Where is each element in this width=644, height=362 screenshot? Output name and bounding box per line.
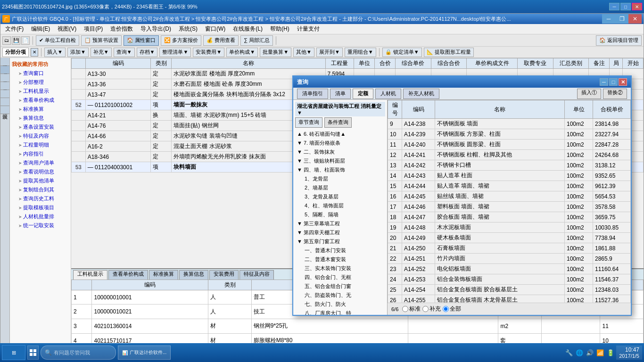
add-btn[interactable]: 添加▼ <box>67 48 89 57</box>
tree-item-door-window[interactable]: ▼ 第五章门窗工程 <box>295 237 385 246</box>
menu-payment[interactable]: 计量支付 <box>293 24 323 34</box>
menu-edit[interactable]: 编辑(E) <box>27 24 54 34</box>
batch-calc-btn[interactable]: 批量换算▼ <box>260 48 291 57</box>
tree-item-wood-door[interactable]: 一、普通木门安装 <box>295 246 385 255</box>
menu-system[interactable]: 系统(S) <box>175 24 201 34</box>
nav-qty-detail[interactable]: ➤工程量明细 <box>12 140 69 149</box>
sidebar-others[interactable]: 其他项目 <box>0 82 9 90</box>
expand-btn[interactable]: 展开到▼ <box>316 48 343 57</box>
menu-view[interactable]: 视图(V) <box>54 24 80 34</box>
organize-btn[interactable]: 整理清单▼ <box>159 48 191 57</box>
nav-query[interactable]: ➤查询窗口 <box>12 69 69 78</box>
lock-btn[interactable]: 🔒 锁定清单▼ <box>382 48 422 57</box>
dialog-table-row[interactable]: 17A14-246塑料板面 墙面、墙裙100m23578.58 <box>388 202 631 212</box>
nav-calc-info[interactable]: ➤换算信息 <box>12 114 69 123</box>
local-sum-btn[interactable]: ∑ 局部汇总 <box>240 35 273 46</box>
tree-item-curtain[interactable]: ▼ 第三章幕墙工程 <box>295 219 385 228</box>
dialog-table-row[interactable]: 9A14-238不锈钢面板 墙面100m223814.98 <box>388 119 631 129</box>
dialog-maximize-btn[interactable]: □ <box>609 78 618 86</box>
properties-btn[interactable]: 🏠 属性窗口 <box>124 35 159 46</box>
dialog-table-row[interactable]: 23A14-252电化铝板墙面100m211160.64 <box>388 264 631 274</box>
dialog-table-row[interactable]: 21A14-250石膏板墙面100m21861.88 <box>388 243 631 254</box>
dialog-table-row[interactable]: 11A14-240不锈钢面板 圆形梁、柱面100m222847.28 <box>388 140 631 150</box>
dialog-tab-supplement[interactable]: 补充人材机 <box>403 89 439 99</box>
nav-install[interactable]: ➤逐条设置安装 <box>12 123 69 132</box>
budget-settings-btn[interactable]: 📋 预算书设置 <box>81 35 122 46</box>
radio-supplement[interactable] <box>422 306 429 312</box>
tree-item-frame[interactable]: 1、龙骨层 <box>295 174 385 183</box>
nav-resources-display[interactable]: ➤工料机显示 <box>12 87 69 96</box>
dialog-tab-bill[interactable]: 清单 <box>330 89 351 99</box>
taskview-btn[interactable] <box>27 346 39 360</box>
nav-extract-other[interactable]: ➤提取其他清单 <box>12 176 69 185</box>
toolbar-btn-2[interactable]: 💾 <box>12 36 20 45</box>
radio-standard[interactable] <box>402 306 408 312</box>
query-btn[interactable]: 查询▼ <box>114 48 135 57</box>
tree-item-frame-base[interactable]: 3、龙骨及基层 <box>295 192 385 201</box>
nav-title[interactable]: 我收藏的常用功 <box>12 60 69 69</box>
tree-item-6[interactable]: ▲ 6. 砖石墙面勾缝▲ <box>295 130 385 139</box>
close-btn[interactable]: ✕ <box>632 3 642 10</box>
tab-std-calc[interactable]: 标准换算 <box>149 270 178 280</box>
dialog-filter-select[interactable]: 湖北省房屋建设与装饰工程 消耗量定 ▼ <box>295 102 385 116</box>
tree-item-tile[interactable]: ▼ 三、镶贴块料面层 <box>295 156 385 165</box>
dialog-table-row[interactable]: 24A14-253铝合金装饰板墙面100m211546.37 <box>388 274 631 285</box>
dialog-table-row[interactable]: 12A14-241不锈钢面板 柱帽、柱脚及其他100m224264.68 <box>388 150 631 160</box>
other-btn[interactable]: 其他▼ <box>293 48 314 57</box>
sidebar-reports[interactable]: 报表 <box>0 106 9 114</box>
menu-window[interactable]: 窗口(W) <box>201 24 229 34</box>
search-bar[interactable]: 🔍 有问题尽管问我 <box>41 346 116 360</box>
insert-btn[interactable]: 插入▼ <box>44 48 66 57</box>
dialog-table-row[interactable]: 22A14-251竹片内墙面100m22865.9 <box>388 254 631 264</box>
menu-help[interactable]: 帮助(H) <box>266 24 293 34</box>
dialog-tab-guide[interactable]: 清单指引 <box>297 89 328 99</box>
tree-item-solid-door[interactable]: 三、实木装饰门安装 <box>295 264 385 273</box>
dialog-table-row[interactable]: 14A14-243贴人造革 柱面100m29352.65 <box>388 171 631 181</box>
unit-check-btn[interactable]: ✔ 单位工程自检 <box>36 35 79 46</box>
tree-item-factory-door[interactable]: 八、厂库房大门、特 <box>295 309 385 315</box>
app-restore-btn[interactable]: ❐ <box>615 14 628 24</box>
multi-plan-btn[interactable]: 🔀 多方案报价 <box>161 35 201 46</box>
dialog-table-row[interactable]: 20A14-249硬木板条墙面100m27738.94 <box>388 233 631 243</box>
nav-unified-install[interactable]: ➤统一记取安装 <box>12 221 69 230</box>
sidebar-resources[interactable]: 人材机汇总 <box>0 90 9 98</box>
radio-all[interactable] <box>443 306 449 312</box>
dialog-table-row[interactable]: 18A14-247胶合板面 墙面、墙裙100m23659.75 <box>388 212 631 222</box>
dialog-table-row[interactable]: 25A14-254铝合金复合板墙面 胶合板基层土100m212348.03 <box>388 285 631 295</box>
tree-item-wood-window[interactable]: 二、普通木窗安装 <box>295 255 385 264</box>
dialog-tab-quota[interactable]: 定额 <box>353 89 373 99</box>
clock[interactable]: 10:47 2017/1/5 <box>616 346 642 360</box>
nav-batch-resources[interactable]: ➤人材机批量排 <box>12 212 69 221</box>
tree-item-partition[interactable]: 5、隔断、隔墙 <box>295 210 385 219</box>
app-minimize-btn[interactable]: ─ <box>602 14 615 24</box>
bill-items-tab[interactable]: 分部分项 <box>2 48 29 57</box>
start-button[interactable]: ⊞ <box>2 345 25 360</box>
fee-check-btn[interactable]: 💰 费用查看 <box>203 35 239 46</box>
tree-item-security-door[interactable]: 六、防盗装饰门、无 <box>295 291 385 300</box>
dialog-replace-btn[interactable]: 替换② <box>603 89 627 99</box>
nav-extract-template[interactable]: ➤提取模板项目 <box>12 203 69 212</box>
minimize-btn[interactable]: ─ <box>609 3 619 10</box>
archive-btn[interactable]: 存档▼ <box>137 48 158 57</box>
nav-std-calc[interactable]: ➤标准换算 <box>12 105 69 114</box>
supplement-btn[interactable]: 补充▼ <box>91 48 112 57</box>
taskbar-app-1[interactable]: 📊 广联达计价软件... <box>118 346 171 360</box>
maximize-btn[interactable]: □ <box>620 3 631 10</box>
toolbar-btn-1[interactable]: 🗂 <box>2 36 11 45</box>
dialog-table-row[interactable]: 10A14-239不锈钢面板 方形梁、柱面100m223227.94 <box>388 129 631 140</box>
nav-features[interactable]: ➤特征及内容 <box>12 132 69 140</box>
tab-install-fee[interactable]: 安装费用 <box>209 270 239 280</box>
tab-resources[interactable]: 工料机显示 <box>73 270 107 280</box>
sidebar-bills[interactable]: 分部分项 <box>0 66 9 74</box>
bottom-table-row[interactable]: 3 402101360014 材 钢丝网9*25孔 m2 11 <box>72 319 644 334</box>
nav-view-desc[interactable]: ➤查看说明信息 <box>12 167 69 176</box>
dialog-table-row[interactable]: 26A14-255铝合金复合板墙面 木龙骨基层土100m211527.36 <box>388 295 631 303</box>
tree-item-wall-decor[interactable]: ▼ 四、墙、柱面装饰 <box>295 165 385 174</box>
menu-file[interactable]: 文件(F) <box>1 24 27 34</box>
tree-item-fire-door[interactable]: 七、防火门、防火 <box>295 300 385 309</box>
menu-online[interactable]: 在线服务(L) <box>229 24 266 34</box>
sidebar-measures[interactable]: 措施项目 <box>0 74 9 82</box>
sidebar-engineering[interactable]: 工程概况 <box>0 58 9 66</box>
nav-organize[interactable]: ➤分部整理 <box>12 78 69 87</box>
extract-qty-btn[interactable]: 📐 提取图形工程量 <box>424 48 474 57</box>
